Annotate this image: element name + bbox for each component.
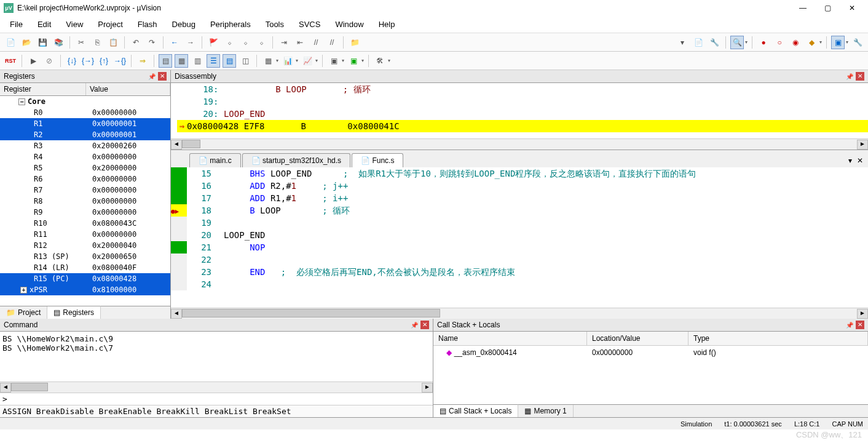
open-file-icon[interactable]: 📂: [20, 36, 33, 49]
source-line[interactable]: 19: [171, 217, 868, 229]
callstack-row[interactable]: ◆ __asm_0x8000414 0x00000000 void f(): [433, 346, 868, 359]
menu-window[interactable]: Window: [328, 17, 371, 31]
minimize-button[interactable]: —: [791, 1, 815, 15]
save-all-icon[interactable]: 📚: [52, 36, 65, 49]
tab-callstack[interactable]: ▤ Call Stack + Locals: [433, 404, 518, 417]
nav-forward-icon[interactable]: →: [184, 36, 197, 49]
find-icon[interactable]: 📁: [348, 36, 361, 49]
paste-icon[interactable]: 📋: [106, 36, 120, 49]
register-col-header[interactable]: Register: [0, 83, 86, 95]
tab-close-icon[interactable]: ✕: [857, 156, 863, 165]
nav-back-icon[interactable]: ←: [168, 36, 181, 49]
register-row[interactable]: R40x00000000: [0, 151, 170, 162]
analyzer2-icon[interactable]: 📊: [281, 54, 294, 68]
tab-menu-icon[interactable]: ▾: [848, 156, 852, 165]
register-row[interactable]: R20x00000001: [0, 129, 170, 140]
source-line[interactable]: 24: [171, 278, 868, 290]
undo-icon[interactable]: ↶: [129, 36, 143, 49]
tree-collapse-icon[interactable]: −: [18, 98, 25, 105]
pin-icon[interactable]: 📌: [410, 321, 419, 329]
source-line[interactable]: ●▶18 B LOOP ; 循环: [171, 204, 868, 217]
copy-icon[interactable]: ⎘: [90, 36, 104, 49]
step-over-icon[interactable]: {→}: [81, 54, 95, 68]
register-row[interactable]: R60x00000000: [0, 174, 170, 185]
menu-flash[interactable]: Flash: [130, 17, 165, 31]
register-row[interactable]: R120x20000040: [0, 240, 170, 251]
menu-svcs[interactable]: SVCS: [291, 17, 328, 31]
bp-kill-icon[interactable]: ◆: [805, 36, 818, 49]
bp-disable-icon[interactable]: ○: [773, 36, 786, 49]
source-tab[interactable]: 📄 main.c: [189, 153, 241, 167]
step-into-icon[interactable]: {↓}: [65, 54, 79, 68]
source-line[interactable]: 20LOOP_END: [171, 229, 868, 241]
show-next-icon[interactable]: ⇒: [136, 54, 149, 68]
register-row[interactable]: +xPSR0x81000000: [0, 284, 170, 295]
bp-all-icon[interactable]: ◉: [789, 36, 802, 49]
register-row[interactable]: R14 (LR)0x0800040F: [0, 262, 170, 273]
window-icon[interactable]: ▣: [831, 36, 845, 49]
col-type[interactable]: Type: [688, 332, 868, 345]
watch-window-icon[interactable]: ☰: [207, 54, 220, 68]
register-row[interactable]: R13 (SP)0x20000650: [0, 251, 170, 262]
comment-icon[interactable]: //: [309, 36, 323, 49]
source-line[interactable]: 23 END ; 必须空格后再写END,不然会被认为是段名，表示程序结束: [171, 266, 868, 278]
bookmark-clear-icon[interactable]: ⬦: [254, 36, 268, 49]
menu-debug[interactable]: Debug: [165, 17, 203, 31]
menu-project[interactable]: Project: [90, 17, 130, 31]
pin-icon[interactable]: 📌: [148, 72, 156, 81]
cmd-hscroll[interactable]: ◄►: [0, 381, 433, 393]
close-icon[interactable]: ✕: [420, 321, 429, 329]
analyzer1-icon[interactable]: ▦: [261, 54, 275, 68]
step-out-icon[interactable]: {↑}: [97, 54, 111, 68]
tab-memory[interactable]: ▦ Memory 1: [518, 405, 573, 417]
bookmark-next-icon[interactable]: ⬦: [239, 36, 252, 49]
pin-icon[interactable]: 📌: [845, 72, 854, 81]
mem-window-icon[interactable]: ▤: [223, 54, 236, 68]
new-file-icon[interactable]: 📄: [4, 36, 17, 49]
maximize-button[interactable]: ▢: [815, 1, 840, 15]
disassembly-body[interactable]: 18: B LOOP ; 循环 19: 20: LOOP_END ⇒0x0800…: [171, 83, 868, 138]
close-icon[interactable]: ✕: [856, 321, 864, 329]
callstack-table[interactable]: Name Location/Value Type ◆ __asm_0x80004…: [433, 332, 868, 404]
command-input[interactable]: >: [0, 393, 433, 405]
close-button[interactable]: ✕: [840, 1, 864, 15]
serial-window-icon[interactable]: ◫: [239, 54, 252, 68]
tab-registers[interactable]: ▤ Registers: [47, 306, 101, 319]
register-row[interactable]: R50x20000000: [0, 162, 170, 174]
register-row[interactable]: R15 (PC)0x08000428: [0, 273, 170, 284]
register-row[interactable]: R80x00000000: [0, 196, 170, 207]
breakpoint-icon[interactable]: ●: [757, 36, 770, 49]
source-line[interactable]: 17 ADD R1,#1 ; i++: [171, 192, 868, 204]
source-body[interactable]: 15 BHS LOOP_END ; 如果R1大于等于10，则跳转到LOOP_EN…: [171, 167, 868, 308]
stop-icon[interactable]: ⊘: [42, 54, 56, 68]
source-line[interactable]: 22: [171, 253, 868, 266]
trace1-icon[interactable]: ▣: [327, 54, 341, 68]
indent-icon[interactable]: ⇥: [277, 36, 291, 49]
reset-icon[interactable]: RST: [4, 54, 17, 68]
dropdown-icon[interactable]: ▾: [676, 36, 689, 49]
config-icon[interactable]: 🔧: [851, 36, 864, 49]
redo-icon[interactable]: ↷: [145, 36, 159, 49]
register-row[interactable]: R00x00000000: [0, 107, 170, 118]
menu-view[interactable]: View: [58, 17, 90, 31]
regs-window-icon[interactable]: ▦: [175, 54, 188, 68]
register-row[interactable]: R10x00000001: [0, 118, 170, 129]
tools-icon[interactable]: 🛠: [373, 54, 387, 68]
menu-help[interactable]: Help: [371, 17, 403, 31]
col-name[interactable]: Name: [433, 332, 587, 345]
save-icon[interactable]: 💾: [36, 36, 49, 49]
source-tab[interactable]: 📄 startup_stm32f10x_hd.s: [242, 153, 350, 167]
source-line[interactable]: 16 ADD R2,#1 ; j++: [171, 180, 868, 192]
menu-edit[interactable]: Edit: [30, 17, 58, 31]
tab-project[interactable]: 📁 Project: [0, 306, 47, 319]
menu-tools[interactable]: Tools: [258, 17, 291, 31]
register-row[interactable]: R90x00000000: [0, 207, 170, 218]
register-row[interactable]: R100x0800043C: [0, 218, 170, 229]
command-output[interactable]: BS \\HomeWork2\main.c\9BS \\HomeWork2\ma…: [0, 332, 433, 381]
bookmark-icon[interactable]: 🚩: [207, 36, 220, 49]
col-location[interactable]: Location/Value: [587, 332, 688, 345]
value-col-header[interactable]: Value: [86, 83, 170, 95]
uncomment-icon[interactable]: //: [325, 36, 339, 49]
bookmark-prev-icon[interactable]: ⬦: [223, 36, 236, 49]
source-hscroll[interactable]: ◄►: [171, 308, 868, 319]
